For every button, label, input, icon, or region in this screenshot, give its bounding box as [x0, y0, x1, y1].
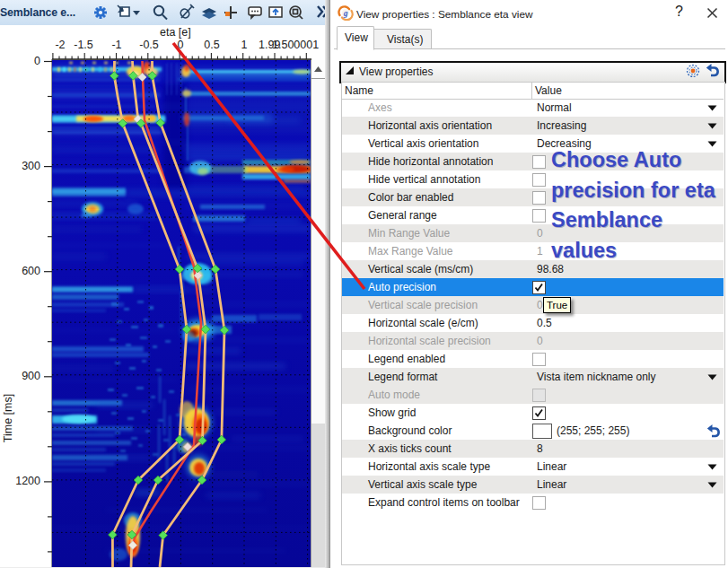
- svg-text:g: g: [343, 9, 348, 18]
